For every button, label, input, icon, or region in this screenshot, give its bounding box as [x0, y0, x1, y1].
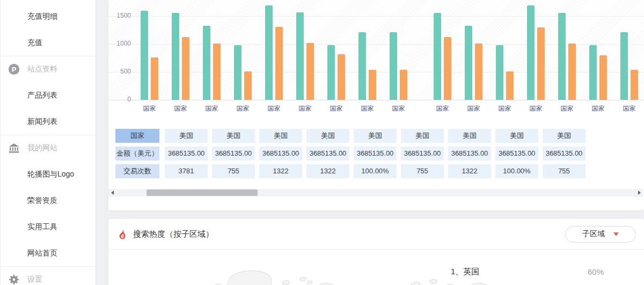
table-cell: 3781: [165, 164, 208, 178]
table-cell: 美国: [212, 129, 255, 143]
scrollbar-thumb[interactable]: [147, 189, 258, 196]
table-cell: 美国: [495, 129, 538, 143]
bar-series-1: [203, 26, 210, 100]
p-circle-icon: P: [8, 63, 20, 75]
table-cell: 3685135.00: [401, 147, 444, 160]
scroll-right-button[interactable]: [635, 189, 643, 196]
table-cell: 美国: [354, 129, 397, 143]
heat-list-item: 1、英国60%: [451, 266, 604, 277]
sidebar-label: 站点资料: [27, 64, 57, 74]
sidebar-label: 实用工具: [27, 222, 57, 232]
x-axis-label: 国家: [258, 104, 290, 113]
sidebar-section-header: 设置: [1, 266, 96, 285]
main-content: 050010001500国家国家国家国家国家国家国家国家国家国家国家国家国家国家…: [108, 0, 644, 285]
y-axis-tick: 1500: [112, 12, 131, 19]
table-cell: 3685135.00: [259, 147, 302, 160]
bar-series-2: [151, 57, 158, 100]
table-cell: 1322: [259, 164, 302, 178]
y-axis-tick: 500: [112, 68, 131, 75]
subregion-dropdown[interactable]: 子区域: [565, 226, 636, 243]
sidebar-item[interactable]: 充值: [1, 30, 96, 56]
horizontal-scrollbar[interactable]: [108, 189, 643, 196]
sidebar-section-header: 我的网站: [1, 135, 96, 161]
table-cell: 755: [543, 164, 586, 178]
sidebar-item[interactable]: 充值明细: [1, 3, 96, 30]
x-axis-label: 国家: [582, 104, 614, 113]
country-bar-chart: 050010001500国家国家国家国家国家国家国家国家国家国家国家国家国家国家…: [108, 0, 644, 123]
dropdown-label: 子区域: [582, 229, 605, 239]
heat-ranking-list: 1、英国60%: [451, 266, 604, 277]
table-cell: 3685135.00: [354, 147, 397, 160]
bar-series-1: [465, 26, 472, 100]
bar-series-2: [475, 43, 482, 100]
sidebar-label: 充值明细: [27, 12, 57, 21]
table-cell: 3685135.00: [212, 147, 255, 160]
bar-series-2: [444, 37, 451, 100]
bar-series-1: [296, 12, 304, 100]
bar-series-1: [172, 13, 179, 100]
x-axis-label: 国家: [458, 104, 490, 113]
table-cell: 美国: [448, 129, 491, 143]
y-axis-tick: 0: [112, 96, 131, 103]
table-cell: 755: [212, 164, 255, 178]
bar-series-1: [589, 45, 597, 100]
section-title: 搜索热度（按子区域）: [133, 229, 214, 239]
sidebar-item[interactable]: 产品列表: [1, 82, 96, 108]
x-axis-label: 国家: [383, 104, 415, 113]
sidebar: 充值明细充值 P 站点资料产品列表新闻列表 我的网站轮播图与Logo荣誉资质实用…: [0, 0, 96, 285]
table-cell: 100.00%: [354, 164, 397, 178]
heat-item-value: 60%: [588, 267, 604, 276]
sidebar-label: 充值: [27, 38, 42, 48]
scroll-left-button[interactable]: [108, 189, 116, 196]
sidebar-label: 网站首页: [27, 249, 57, 258]
bar-series-1: [141, 11, 148, 100]
bank-icon: [8, 142, 20, 154]
x-axis-label: 国家: [165, 104, 197, 113]
sidebar-label: 荣誉资质: [27, 196, 57, 206]
arrow-right-icon: [638, 191, 643, 195]
bar-series-2: [275, 27, 283, 100]
sidebar-item[interactable]: 新闻列表: [1, 108, 96, 135]
sidebar-item[interactable]: 网站首页: [1, 240, 96, 266]
x-axis-label: 国家: [520, 104, 552, 113]
bar-series-1: [434, 13, 441, 100]
svg-text:P: P: [12, 65, 17, 74]
x-axis-label: 国家: [320, 104, 353, 113]
x-axis-label: 国家: [196, 104, 228, 113]
table-cell: 美国: [165, 129, 208, 143]
x-axis-line: [108, 100, 644, 100]
table-cell: 3685135.00: [448, 147, 491, 160]
table-cell: 美国: [401, 129, 444, 143]
bar-series-2: [244, 71, 252, 100]
bar-series-2: [506, 71, 514, 100]
sidebar-item[interactable]: 实用工具: [1, 214, 96, 240]
sidebar-menu: 充值明细充值 P 站点资料产品列表新闻列表 我的网站轮播图与Logo荣誉资质实用…: [1, 3, 96, 285]
table-cell: 3685135.00: [495, 147, 538, 160]
table-row: 交易次数378175513221322100.00%7551322100.00%…: [115, 164, 644, 178]
country-stats-table: 国家美国美国美国美国美国美国美国美国美国金额（美元）3685135.003685…: [115, 129, 644, 178]
sidebar-item[interactable]: 荣誉资质: [1, 187, 96, 214]
x-axis-label: 国家: [489, 104, 521, 113]
x-axis-label: 国家: [352, 104, 384, 113]
search-heat-card: 搜索热度（按子区域） 子区域: [108, 219, 644, 285]
y-axis-tick: 1000: [112, 40, 131, 47]
table-cell: 美国: [543, 129, 586, 143]
table-cell: 美国: [306, 129, 349, 143]
bar-series-2: [213, 43, 221, 100]
bar-series-2: [306, 43, 314, 100]
row-header-cell: 金额（美元）: [115, 147, 159, 160]
gear-icon: [8, 274, 20, 285]
sidebar-label: 轮播图与Logo: [27, 170, 74, 179]
bar-series-1: [527, 5, 535, 100]
bar-series-2: [182, 37, 189, 100]
x-axis-label: 国家: [289, 104, 321, 113]
row-header-cell: 国家: [115, 129, 159, 143]
sidebar-item[interactable]: 轮播图与Logo: [1, 161, 96, 187]
page: 充值明细充值 P 站点资料产品列表新闻列表 我的网站轮播图与Logo荣誉资质实用…: [0, 0, 644, 285]
sidebar-label: 我的网站: [27, 143, 57, 153]
sidebar-label: 产品列表: [27, 91, 57, 100]
x-axis-label: 国家: [551, 104, 583, 113]
bar-series-1: [558, 13, 566, 100]
bar-series-1: [390, 32, 397, 100]
bar-series-2: [631, 70, 638, 100]
